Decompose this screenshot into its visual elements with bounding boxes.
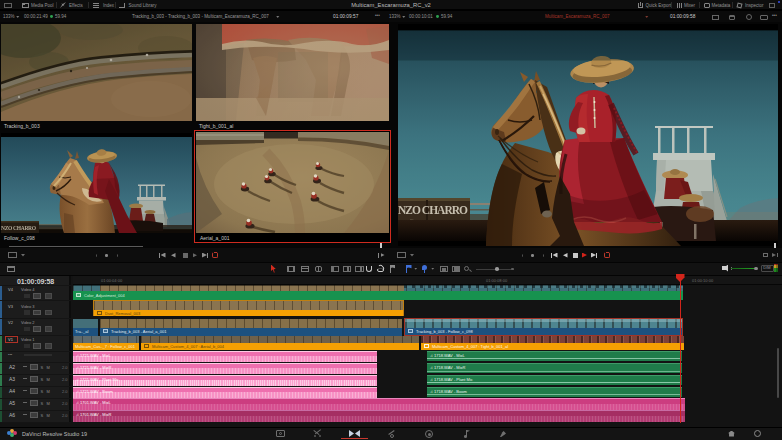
svg-text:NZO CHARRO: NZO CHARRO bbox=[398, 204, 468, 216]
svg-text:NZO CHARRO: NZO CHARRO bbox=[1, 225, 37, 231]
